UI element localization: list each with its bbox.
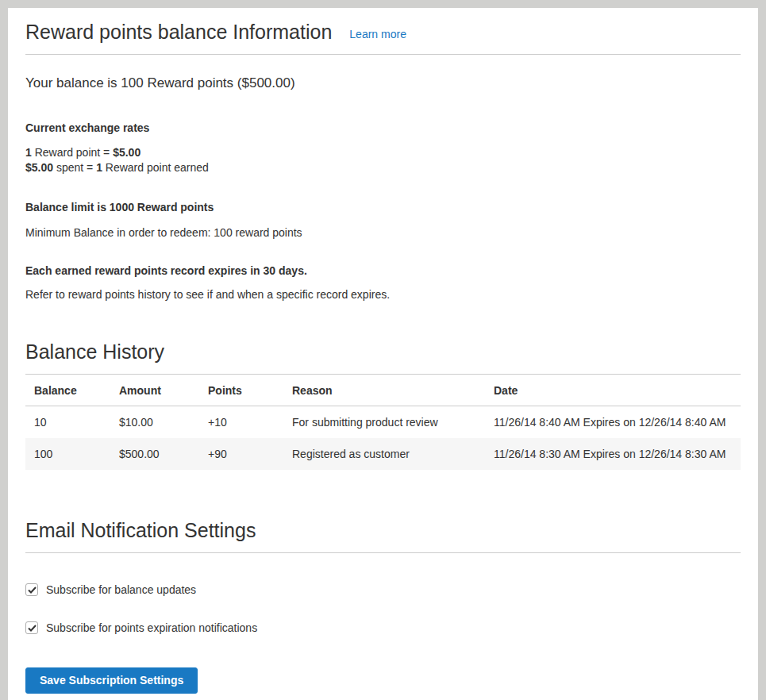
table-cell: For submitting product review [283,406,485,439]
points-expiration-checkbox[interactable] [25,621,38,634]
email-settings-header: Email Notification Settings [25,519,741,553]
balance-history-table: Balance Amount Points Reason Date 10$10.… [25,374,741,470]
exchange-rates-heading: Current exchange rates [25,121,741,134]
subscribe-expiration-row: Subscribe for points expiration notifica… [25,621,741,634]
table-header: Balance Amount Points Reason Date [25,375,741,406]
balance-updates-checkbox[interactable] [25,583,38,596]
table-body: 10$10.00+10For submitting product review… [25,406,741,471]
exchange-rates-lines: 1 Reward point = $5.00 $5.00 spent = 1 R… [25,145,741,175]
table-cell: 100 [25,438,110,470]
table-row: 100$500.00+90Registered as customer11/26… [25,438,741,470]
reward-points-panel: Reward points balance Information Learn … [8,8,758,700]
table-cell: +10 [199,406,283,439]
exchange-rate-line: 1 Reward point = $5.00 [25,145,741,160]
minimum-balance-note: Minimum Balance in order to redeem: 100 … [25,226,741,239]
subscribe-balance-updates-row: Subscribe for balance updates [25,583,741,596]
table-cell: +90 [199,438,283,470]
learn-more-link[interactable]: Learn more [349,28,406,40]
table-cell: 11/26/14 8:40 AM Expires on 12/26/14 8:4… [485,406,741,439]
exchange-rate-line: $5.00 spent = 1 Reward point earned [25,160,741,175]
balance-limit-heading: Balance limit is 1000 Reward points [25,201,741,213]
expiration-note: Refer to reward points history to see if… [25,288,741,301]
points-expiration-label[interactable]: Subscribe for points expiration notifica… [46,621,257,634]
expiration-heading: Each earned reward points record expires… [25,264,741,277]
table-cell: Registered as customer [283,438,485,470]
column-header-reason: Reason [283,375,485,406]
table-cell: $500.00 [110,438,199,470]
table-cell: 11/26/14 8:30 AM Expires on 12/26/14 8:3… [485,438,741,470]
balance-summary: Your balance is 100 Reward points ($500.… [25,75,741,92]
page-title: Reward points balance Information [25,21,332,44]
table-header-row: Balance Amount Points Reason Date [25,375,741,406]
balance-updates-label[interactable]: Subscribe for balance updates [46,583,196,596]
save-subscription-settings-button[interactable]: Save Subscription Settings [25,667,198,694]
column-header-amount: Amount [110,375,199,406]
balance-history-title: Balance History [25,340,741,363]
column-header-balance: Balance [25,375,110,406]
page-header: Reward points balance Information Learn … [25,8,741,55]
email-settings-title: Email Notification Settings [25,519,741,542]
table-cell: 10 [25,406,110,439]
table-cell: $10.00 [110,406,199,439]
table-row: 10$10.00+10For submitting product review… [25,406,741,439]
column-header-date: Date [485,375,741,406]
column-header-points: Points [199,375,283,406]
